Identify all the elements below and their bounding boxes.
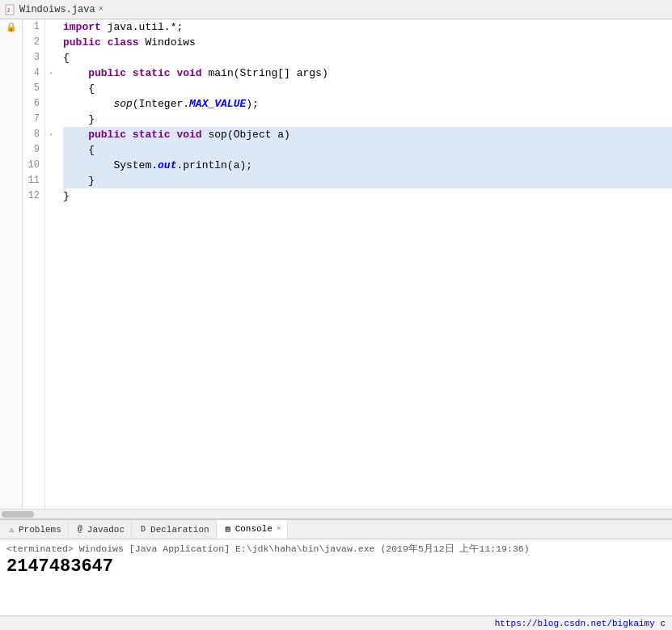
console-tab-label: Console bbox=[235, 524, 273, 534]
code-line-1[interactable]: import java.util.*; bbox=[63, 19, 672, 35]
line-num-5: 5 bbox=[34, 81, 40, 96]
margin-line-2 bbox=[5, 35, 18, 50]
line-num-8: 8 bbox=[34, 127, 40, 142]
line-num-11: 11 bbox=[28, 173, 40, 188]
fold-marker-10 bbox=[45, 158, 57, 173]
panel-tab-javadoc[interactable]: @Javadoc bbox=[69, 520, 132, 539]
panel-tab-problems[interactable]: ⚠Problems bbox=[0, 520, 69, 539]
line-num-9: 9 bbox=[34, 142, 40, 158]
declaration-tab-icon: D bbox=[138, 525, 148, 535]
margin-line-10 bbox=[5, 158, 18, 173]
line-num-10: 10 bbox=[28, 158, 40, 173]
fold-marker-6 bbox=[45, 96, 57, 112]
code-line-11[interactable]: } bbox=[63, 173, 672, 188]
console-terminated: <terminated> Windoiws [Java Application]… bbox=[6, 543, 666, 555]
fold-marker-4[interactable]: ◦ bbox=[45, 66, 57, 81]
line-numbers: 123456789101112 bbox=[23, 19, 45, 509]
code-line-12[interactable]: } bbox=[63, 188, 672, 204]
file-tab-label: Windoiws.java bbox=[19, 4, 95, 15]
code-line-7[interactable]: } bbox=[63, 112, 672, 127]
fold-marker-11 bbox=[45, 173, 57, 188]
declaration-tab-label: Declaration bbox=[150, 525, 209, 535]
code-line-3[interactable]: { bbox=[63, 50, 672, 66]
panel-tab-declaration[interactable]: DDeclaration bbox=[132, 520, 217, 539]
scrollbar-thumb[interactable] bbox=[2, 511, 34, 518]
code-line-2[interactable]: public class Windoiws bbox=[63, 35, 672, 50]
status-link[interactable]: https://blog.csdn.net/bigkaimy c bbox=[495, 619, 666, 628]
javadoc-tab-icon: @ bbox=[75, 525, 85, 535]
margin-line-5 bbox=[5, 81, 18, 96]
file-tab-icon: J bbox=[5, 4, 16, 15]
line-num-2: 2 bbox=[34, 35, 40, 50]
margin-line-7 bbox=[5, 112, 18, 127]
line-num-6: 6 bbox=[34, 96, 40, 112]
margin-line-1: 🔒 bbox=[5, 19, 18, 35]
problems-tab-icon: ⚠ bbox=[6, 525, 16, 535]
code-editor[interactable]: import java.util.*;public class Windoiws… bbox=[57, 19, 672, 509]
margin-line-4 bbox=[5, 66, 18, 81]
status-bar: https://blog.csdn.net/bigkaimy c bbox=[0, 615, 672, 630]
left-margin: 🔒 bbox=[0, 19, 23, 509]
margin-line-9 bbox=[5, 142, 18, 158]
margin-line-11 bbox=[5, 173, 18, 188]
line-num-4: 4 bbox=[34, 66, 40, 81]
margin-line-6 bbox=[5, 96, 18, 112]
code-line-6[interactable]: sop(Integer.MAX_VALUE); bbox=[63, 96, 672, 112]
editor-scrollbar[interactable] bbox=[0, 509, 672, 518]
fold-marker-9 bbox=[45, 142, 57, 158]
svg-text:J: J bbox=[6, 7, 10, 14]
bottom-panel: ⚠Problems@JavadocDDeclaration▤Console× <… bbox=[0, 518, 672, 615]
line-num-1: 1 bbox=[34, 19, 40, 35]
panel-tab-console[interactable]: ▤Console× bbox=[217, 520, 289, 539]
panel-tabs: ⚠Problems@JavadocDDeclaration▤Console× bbox=[0, 520, 672, 539]
code-line-9[interactable]: { bbox=[63, 142, 672, 158]
problems-tab-label: Problems bbox=[19, 525, 61, 535]
fold-column: ◦◦ bbox=[45, 19, 57, 509]
fold-marker-12 bbox=[45, 188, 57, 204]
fold-marker-2 bbox=[45, 35, 57, 50]
console-tab-icon: ▤ bbox=[223, 524, 233, 534]
code-line-10[interactable]: System.out.println(a); bbox=[63, 158, 672, 173]
fold-marker-3 bbox=[45, 50, 57, 66]
line-num-3: 3 bbox=[34, 50, 40, 66]
code-line-5[interactable]: { bbox=[63, 81, 672, 96]
editor-area: 🔒 123456789101112 ◦◦ import java.util.*;… bbox=[0, 19, 672, 509]
line-num-12: 12 bbox=[28, 188, 40, 204]
tab-close-icon[interactable]: × bbox=[99, 5, 104, 14]
code-line-4[interactable]: public static void main(String[] args) bbox=[63, 66, 672, 81]
console-content: <terminated> Windoiws [Java Application]… bbox=[0, 539, 672, 615]
code-line-8[interactable]: public static void sop(Object a) bbox=[63, 127, 672, 142]
fold-marker-8[interactable]: ◦ bbox=[45, 127, 57, 142]
line-num-7: 7 bbox=[34, 112, 40, 127]
title-bar: J Windoiws.java × bbox=[0, 0, 672, 19]
margin-line-12 bbox=[5, 188, 18, 204]
margin-line-8 bbox=[5, 127, 18, 142]
fold-marker-5 bbox=[45, 81, 57, 96]
fold-marker-1 bbox=[45, 19, 57, 35]
console-output: 2147483647 bbox=[6, 556, 666, 577]
javadoc-tab-label: Javadoc bbox=[87, 525, 125, 535]
console-tab-close[interactable]: × bbox=[277, 525, 281, 533]
margin-line-3 bbox=[5, 50, 18, 66]
fold-marker-7 bbox=[45, 112, 57, 127]
